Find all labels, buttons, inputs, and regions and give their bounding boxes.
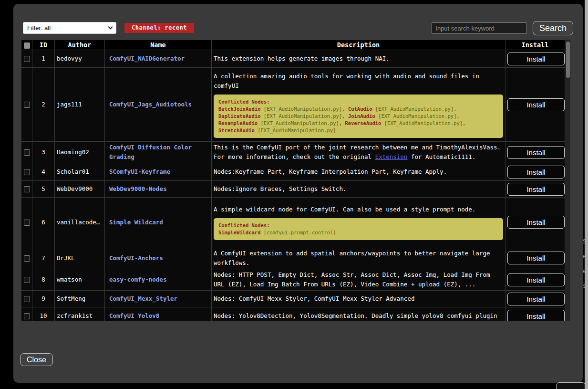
node-name-cell: Simple Wildcard [105, 198, 212, 247]
checkbox-cell [21, 163, 32, 181]
row-checkbox[interactable] [24, 56, 30, 62]
node-name-cell: ComfyUI_Jags_Audiotools [105, 68, 212, 142]
page-scrollbar[interactable] [585, 0, 588, 389]
checkbox-cell [21, 307, 32, 321]
close-button[interactable]: Close [20, 353, 53, 366]
node-description: A simple wildcard node for ComfyUI. Can … [212, 198, 505, 247]
row-checkbox[interactable] [24, 220, 30, 226]
node-name-link[interactable]: WebDev9000-Nodes [109, 185, 166, 192]
column-header: ID [32, 40, 55, 50]
filter-select[interactable]: Filter: all [23, 22, 116, 34]
node-id: 1 [32, 50, 55, 68]
node-author: vanillacode… [55, 198, 105, 247]
nodes-table-zone: IDAuthorNameDescriptionInstall 1bedovyyC… [21, 40, 570, 321]
node-id: 5 [32, 181, 55, 198]
table-row: 9SoftMengComfyUI_Mexx_StylerNodes: Comfy… [21, 291, 565, 307]
node-description: Nodes:Keyframe Part, Keyframe Interpolat… [212, 163, 505, 181]
row-checkbox[interactable] [24, 169, 30, 175]
node-name-link[interactable]: easy-comfy-nodes [109, 276, 166, 283]
checkbox-cell [21, 247, 32, 269]
node-id: 3 [32, 142, 55, 163]
node-description: A collection amazing audio tools for wor… [212, 68, 505, 142]
install-button[interactable]: Install [507, 310, 565, 321]
install-cell: Install [505, 68, 565, 142]
conflict-source: [comfyui-prompt-control] [264, 230, 336, 235]
column-header: Name [105, 40, 212, 50]
row-checkbox[interactable] [24, 296, 30, 302]
checkbox-cell [21, 68, 32, 142]
description-link[interactable]: Extension [375, 153, 408, 160]
node-id: 9 [32, 291, 55, 307]
conflict-node-name: ResampleAudio [218, 120, 258, 126]
install-button[interactable]: Install [507, 166, 565, 179]
conflict-warning-box: Conflicted Nodes:SimpleWildcard [comfyui… [214, 218, 503, 240]
table-header: IDAuthorNameDescriptionInstall [21, 40, 565, 50]
conflict-node-name: StretchAudio [218, 127, 255, 133]
custom-nodes-dialog: Filter: all Channel: recent Search IDAut… [13, 4, 583, 383]
conflict-items: BatchJoinAudio [EXT_AudioManipulation.py… [218, 105, 498, 134]
row-checkbox[interactable] [24, 186, 30, 192]
node-author: DrJKL [55, 247, 105, 269]
node-name-link[interactable]: Simple Wildcard [109, 219, 163, 226]
filter-select-wrap: Filter: all [23, 22, 116, 34]
node-description: Nodes: ComfyUI Mexx Styler, ComfyUI Mexx… [212, 291, 505, 307]
channel-badge: Channel: recent [124, 23, 194, 33]
node-author: WebDev9000 [55, 181, 105, 198]
node-description: This is the ComfyUI port of the joint re… [212, 142, 505, 163]
nodes-table-body: 1bedovyyComfyUI_NAIDGeneratorThis extens… [21, 50, 565, 321]
install-button[interactable]: Install [507, 183, 565, 196]
node-name-link[interactable]: ComfyUI_NAIDGenerator [109, 55, 185, 62]
node-name-cell: ComfyUI-Anchors [105, 247, 212, 269]
install-cell: Install [505, 247, 565, 269]
node-description: This extension helps generate images thr… [212, 50, 505, 68]
column-header: Install [505, 40, 565, 50]
install-button[interactable]: Install [507, 273, 565, 286]
node-name-link[interactable]: ComfyUI_Jags_Audiotools [109, 101, 192, 108]
node-name-link[interactable]: ComfyUI Diffusion Color Grading [109, 144, 192, 160]
install-button[interactable]: Install [507, 146, 565, 159]
install-button[interactable]: Install [507, 53, 565, 65]
node-name-cell: SComfyUI-Keyframe [105, 163, 212, 181]
install-button[interactable]: Install [507, 98, 565, 111]
install-button[interactable]: Install [507, 252, 565, 264]
table-scrollbar-thumb[interactable] [566, 42, 570, 78]
partial-background-button[interactable] [556, 382, 586, 389]
table-row: 3Haoming02ComfyUI Diffusion Color Gradin… [21, 142, 565, 163]
node-author: Haoming02 [55, 142, 105, 163]
row-checkbox[interactable] [24, 277, 30, 283]
checkbox-cell [21, 269, 32, 291]
conflict-items: SimpleWildcard [comfyui-prompt-control] [218, 229, 498, 236]
checkbox-cell [21, 142, 32, 163]
install-cell: Install [505, 181, 565, 198]
node-description: Nodes:Ignore Braces, Settings Switch. [212, 181, 505, 198]
install-cell: Install [505, 198, 565, 247]
conflict-node-name: ReverseAudio [345, 120, 382, 126]
install-cell: Install [505, 307, 565, 321]
node-name-link[interactable]: ComfyUI Yolov8 [109, 312, 159, 319]
table-row: 4Scholar01SComfyUI-KeyframeNodes:Keyfram… [21, 163, 565, 181]
node-name-link[interactable]: ComfyUI_Mexx_Styler [109, 295, 177, 302]
row-checkbox[interactable] [24, 149, 30, 156]
row-checkbox[interactable] [24, 313, 30, 319]
install-button[interactable]: Install [507, 293, 565, 305]
search-button[interactable]: Search [533, 21, 573, 35]
table-scrollbar[interactable] [565, 40, 570, 321]
row-checkbox[interactable] [24, 255, 30, 262]
node-author: SoftMeng [55, 291, 105, 307]
node-author: jags111 [55, 68, 105, 142]
conflict-source: [EXT_AudioManipulation.py] [264, 106, 342, 112]
node-name-link[interactable]: ComfyUI-Anchors [109, 254, 163, 262]
node-name-cell: ComfyUI Yolov8 [105, 307, 212, 321]
install-cell: Install [505, 163, 565, 181]
nodes-table: IDAuthorNameDescriptionInstall 1bedovyyC… [21, 40, 565, 321]
conflict-node-name: JoinAudio [348, 113, 375, 119]
node-description: A ComfyUI extension to add spatial ancho… [212, 247, 505, 269]
install-button[interactable]: Install [507, 216, 565, 229]
row-checkbox[interactable] [24, 102, 30, 108]
node-name-link[interactable]: SComfyUI-Keyframe [109, 168, 170, 175]
node-author: wmatson [55, 269, 105, 291]
conflict-node-name: DuplicateAudio [218, 113, 261, 119]
select-all-checkbox[interactable] [24, 42, 30, 49]
conflict-node-name: CutAudio [348, 106, 372, 112]
search-input[interactable] [432, 22, 527, 34]
